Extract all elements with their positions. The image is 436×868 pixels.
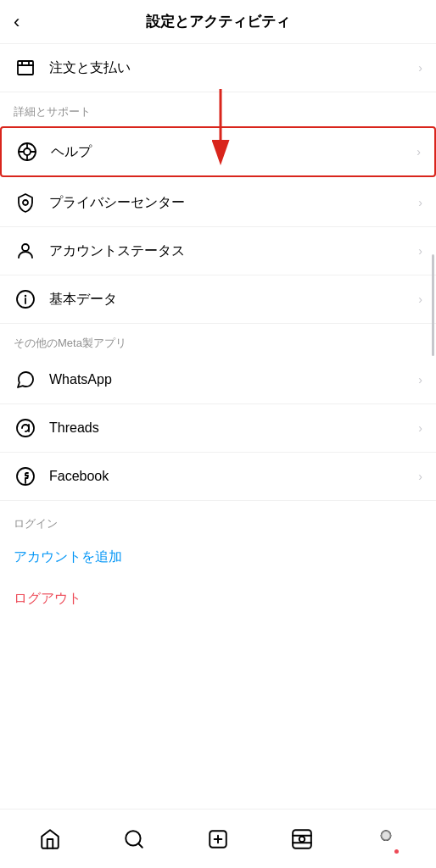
threads-item[interactable]: Threads › [0, 404, 436, 453]
orders-label: 注文と支払い [49, 59, 418, 77]
basic-data-chevron: › [418, 292, 422, 306]
bottom-nav [0, 809, 436, 868]
help-icon [15, 140, 39, 164]
orders-section: 注文と支払い › [0, 44, 436, 92]
nav-add[interactable] [198, 821, 238, 857]
orders-icon [14, 56, 37, 80]
basic-data-label: 基本データ [49, 291, 418, 309]
logout-link[interactable]: ログアウト [0, 578, 436, 620]
nav-home[interactable] [31, 821, 70, 857]
nav-search[interactable] [115, 821, 154, 857]
back-button[interactable]: ‹ [14, 11, 20, 33]
threads-label: Threads [49, 420, 418, 436]
account-status-chevron: › [418, 244, 422, 258]
basic-data-item[interactable]: 基本データ › [0, 275, 436, 324]
privacy-chevron: › [418, 196, 422, 209]
svg-point-13 [22, 244, 29, 251]
nav-reels[interactable] [282, 821, 321, 857]
facebook-item[interactable]: Facebook › [0, 453, 436, 501]
svg-point-29 [381, 831, 390, 840]
login-section: ログイン アカウントを追加 ログアウト [0, 504, 436, 620]
account-status-icon [14, 239, 37, 263]
whatsapp-icon [14, 368, 37, 392]
privacy-item[interactable]: プライバシーセンター › [0, 179, 436, 227]
svg-rect-24 [293, 830, 311, 849]
help-chevron: › [416, 145, 421, 159]
threads-icon [14, 416, 37, 440]
svg-line-20 [138, 843, 143, 848]
arrow-annotation [204, 89, 238, 169]
orders-item[interactable]: 注文と支払い › [0, 44, 436, 92]
svg-point-17 [17, 420, 34, 437]
svg-rect-2 [18, 61, 33, 75]
header: ‹ 設定とアクティビティ [0, 0, 436, 44]
profile-dot [394, 849, 399, 854]
orders-chevron: › [418, 61, 422, 75]
svg-point-7 [24, 148, 31, 155]
privacy-label: プライバシーセンター [49, 194, 418, 212]
login-label: ログイン [0, 504, 436, 537]
meta-apps-section: その他のMeta製アプリ WhatsApp › Threads › [0, 324, 436, 501]
account-status-label: アカウントステータス [49, 242, 418, 260]
scrollbar [432, 254, 434, 356]
facebook-icon [14, 465, 37, 488]
svg-point-12 [23, 200, 28, 205]
whatsapp-item[interactable]: WhatsApp › [0, 356, 436, 404]
nav-profile[interactable] [366, 821, 405, 857]
privacy-icon [14, 191, 37, 214]
add-account-link[interactable]: アカウントを追加 [0, 537, 436, 578]
whatsapp-label: WhatsApp [49, 372, 418, 387]
facebook-chevron: › [418, 470, 422, 483]
basic-data-icon [14, 287, 37, 311]
page-title: 設定とアクティビティ [14, 12, 422, 31]
account-status-item[interactable]: アカウントステータス › [0, 227, 436, 275]
meta-apps-label: その他のMeta製アプリ [0, 324, 436, 356]
threads-chevron: › [418, 421, 422, 435]
facebook-label: Facebook [49, 469, 418, 484]
svg-point-25 [299, 836, 305, 842]
whatsapp-chevron: › [418, 373, 422, 387]
